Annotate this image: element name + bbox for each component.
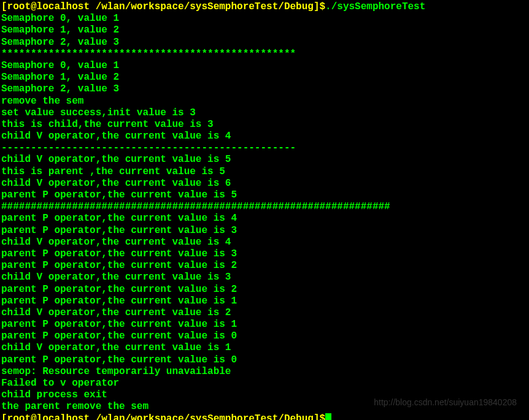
command-text: ./sysSemphoreTest: [325, 1, 425, 12]
output-line: parent P operator,the current value is 2: [1, 260, 528, 272]
terminal-output[interactable]: [root@localhost /wlan/workspace/sysSemph…: [1, 1, 528, 420]
output-line: parent P operator,the current value is 3: [1, 248, 528, 260]
output-line: semop: Resource temporarily unavailable: [1, 366, 528, 378]
output-line: parent P operator,the current value is 1: [1, 319, 528, 330]
prompt-line: [root@localhost /wlan/workspace/sysSemph…: [1, 413, 528, 420]
output-line: parent P operator,the current value is 0: [1, 330, 528, 342]
output-line: ########################################…: [1, 201, 528, 213]
output-line: Semaphore 1, value 2: [1, 72, 528, 83]
output-line: Semaphore 0, value 1: [1, 60, 528, 72]
output-line: child V operator,the current value is 6: [1, 178, 528, 189]
output-line: Failed to v operator: [1, 378, 528, 389]
output-line: child V operator,the current value is 4: [1, 237, 528, 248]
output-line: parent P operator,the current value is 4: [1, 213, 528, 224]
watermark-text: http://blog.csdn.net/suiyuan19840208: [374, 397, 517, 408]
output-line: child V operator,the current value is 2: [1, 307, 528, 319]
output-line: set value success,init value is 3: [1, 107, 528, 119]
output-line: ****************************************…: [1, 48, 528, 60]
output-line: this is parent ,the current value is 5: [1, 166, 528, 178]
output-line: child V operator,the current value is 1: [1, 342, 528, 354]
output-line: parent P operator,the current value is 0: [1, 354, 528, 366]
cursor-icon: [325, 413, 331, 420]
output-line: child V operator,the current value is 4: [1, 131, 528, 142]
shell-prompt: [root@localhost /wlan/workspace/sysSemph…: [1, 1, 325, 12]
output-line: Semaphore 0, value 1: [1, 13, 528, 25]
output-line: this is child,the current value is 3: [1, 119, 528, 131]
shell-prompt: [root@localhost /wlan/workspace/sysSemph…: [1, 413, 325, 420]
output-line: parent P operator,the current value is 5: [1, 189, 528, 201]
output-line: Semaphore 1, value 2: [1, 25, 528, 36]
output-line: Semaphore 2, value 3: [1, 83, 528, 95]
output-line: Semaphore 2, value 3: [1, 37, 528, 48]
output-line: parent P operator,the current value is 3: [1, 225, 528, 237]
prompt-line: [root@localhost /wlan/workspace/sysSemph…: [1, 1, 528, 13]
output-line: ----------------------------------------…: [1, 142, 528, 154]
output-line: parent P operator,the current value is 2: [1, 284, 528, 296]
output-line: child V operator,the current value is 5: [1, 154, 528, 166]
output-line: parent P operator,the current value is 1: [1, 296, 528, 307]
output-line: child V operator,the current value is 3: [1, 272, 528, 283]
output-line: remove the sem: [1, 96, 528, 107]
